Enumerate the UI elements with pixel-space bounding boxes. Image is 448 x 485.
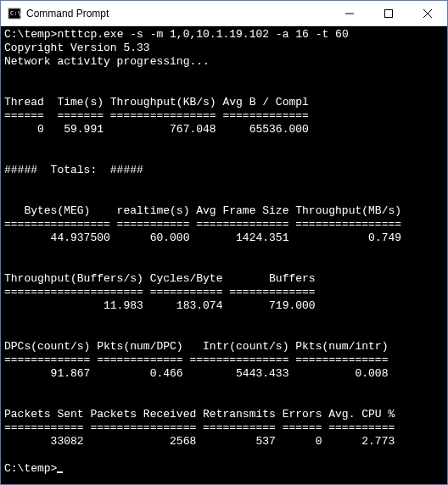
- totals1-rule: ================ =========== ===========…: [4, 218, 401, 231]
- totals3-row: 91.867 0.466 5443.433 0.008: [4, 367, 388, 380]
- cursor: [57, 471, 63, 473]
- totals4-header: Packets Sent Packets Received Retransmit…: [4, 408, 395, 421]
- thread-row: 0 59.991 767.048 65536.000: [4, 123, 309, 136]
- maximize-button[interactable]: [369, 1, 408, 25]
- window-title: Command Prompt: [26, 8, 330, 20]
- app-icon: C:\: [8, 7, 21, 20]
- window-controls: [330, 1, 447, 25]
- progress-line: Network activity progressing...: [4, 55, 210, 68]
- minimize-button[interactable]: [330, 1, 369, 25]
- svg-rect-3: [385, 9, 393, 17]
- totals-header: ##### Totals: #####: [4, 164, 143, 176]
- thread-rule: ====== ======= ================ ========…: [4, 109, 309, 122]
- thread-header: Thread Time(s) Throughput(KB/s) Avg B / …: [4, 96, 309, 109]
- prompt: C:\temp>: [4, 28, 57, 41]
- totals1-header: Bytes(MEG) realtime(s) Avg Frame Size Th…: [4, 204, 401, 217]
- svg-text:C:\: C:\: [10, 10, 21, 17]
- titlebar[interactable]: C:\ Command Prompt: [1, 1, 447, 26]
- totals1-row: 44.937500 60.000 1424.351 0.749: [4, 231, 401, 244]
- terminal-output[interactable]: C:\temp>ntttcp.exe -s -m 1,0,10.1.19.102…: [1, 26, 447, 484]
- totals3-rule: ============= ============= ============…: [4, 354, 388, 366]
- totals4-row: 33082 2568 537 0 2.773: [4, 435, 395, 448]
- totals3-header: DPCs(count/s) Pkts(num/DPC) Intr(count/s…: [4, 340, 388, 353]
- close-button[interactable]: [408, 1, 447, 25]
- prompt: C:\temp>: [4, 462, 57, 475]
- totals2-row: 11.983 183.074 719.000: [4, 299, 316, 312]
- command-text: ntttcp.exe -s -m 1,0,10.1.19.102 -a 16 -…: [57, 28, 348, 41]
- totals2-header: Throughput(Buffers/s) Cycles/Byte Buffer…: [4, 272, 316, 285]
- totals2-rule: ===================== =========== ======…: [4, 286, 316, 298]
- copyright-line: Copyright Version 5.33: [4, 42, 150, 54]
- command-prompt-window: C:\ Command Prompt C:\temp>ntttcp.exe -s…: [0, 0, 448, 485]
- totals4-rule: ============ ================ ==========…: [4, 421, 395, 434]
